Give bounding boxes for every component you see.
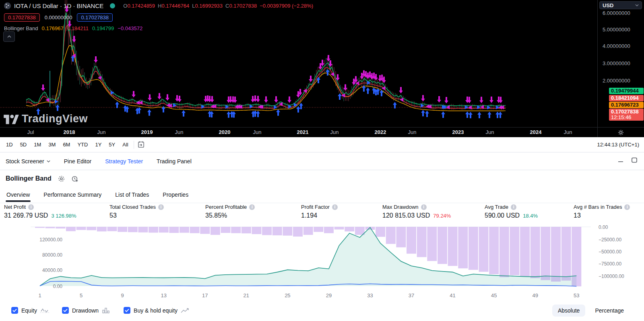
absolute-button[interactable]: Absolute	[552, 305, 585, 317]
buy-arrow-icon[interactable]	[256, 111, 260, 117]
buy-arrow-icon[interactable]	[498, 111, 502, 118]
timeline-label[interactable]: 2022	[375, 129, 386, 135]
drawdown-bar[interactable]	[489, 227, 499, 274]
timeline-label[interactable]: Jun	[175, 129, 184, 135]
timeline-label[interactable]: 2021	[297, 129, 309, 135]
drawdown-bar[interactable]	[159, 227, 169, 233]
drawdown-bar[interactable]	[262, 227, 272, 235]
drawdown-bar[interactable]	[303, 227, 313, 235]
timeline-label[interactable]: 2018	[64, 129, 75, 135]
drawdown-bar[interactable]	[283, 227, 292, 236]
drawdown-bar[interactable]	[427, 227, 437, 261]
timeline-label[interactable]: Jul	[27, 129, 34, 135]
info-icon[interactable]: i	[249, 204, 255, 210]
axis-settings-cell[interactable]	[597, 128, 644, 138]
main-price-chart[interactable]: TradingView IOTA / US Dollar · 1D · BINA…	[0, 0, 644, 127]
range-button-5y[interactable]: 5Y	[105, 140, 119, 150]
sell-arrow-icon[interactable]	[157, 93, 161, 99]
tab-list-of-trades[interactable]: List of Trades	[114, 187, 150, 202]
drawdown-bar[interactable]	[128, 227, 138, 232]
drawdown-bar[interactable]	[118, 227, 127, 232]
drawdown-bar[interactable]	[97, 227, 107, 231]
percentage-button[interactable]: Percentage	[589, 305, 630, 317]
gear-icon[interactable]	[618, 130, 624, 136]
tab-performance-summary[interactable]: Performance Summary	[43, 187, 102, 202]
timeline-label[interactable]: Jun	[486, 129, 494, 135]
timeline-label[interactable]: 2020	[219, 129, 231, 135]
buy-arrow-icon[interactable]	[380, 90, 384, 96]
drawdown-bar[interactable]	[469, 227, 478, 270]
entry-triangle-icon[interactable]	[496, 105, 500, 109]
drawdown-bar[interactable]	[510, 227, 519, 275]
drawdown-bar[interactable]	[448, 227, 458, 266]
drawdown-bar[interactable]	[572, 227, 581, 286]
symbol-logo-icon[interactable]	[4, 2, 11, 9]
sell-arrow-icon[interactable]	[264, 96, 268, 103]
currency-dropdown[interactable]: USD	[599, 1, 642, 9]
range-button-6m[interactable]: 6M	[59, 140, 74, 150]
legend-item-equity[interactable]: Equity	[11, 307, 49, 314]
sell-arrow-icon[interactable]	[489, 97, 493, 103]
range-button-ytd[interactable]: YTD	[74, 140, 91, 150]
indicator-name[interactable]: Bollinger Band	[4, 25, 38, 31]
sell-arrow-icon[interactable]	[148, 95, 152, 101]
drawdown-bar[interactable]	[66, 227, 76, 231]
sell-arrow-icon[interactable]	[421, 95, 425, 101]
range-button-5d[interactable]: 5D	[17, 140, 31, 150]
drawdown-bar[interactable]	[345, 227, 354, 231]
drawdown-bar[interactable]	[169, 227, 179, 233]
drawdown-bar[interactable]	[458, 227, 468, 268]
drawdown-bar[interactable]	[221, 227, 231, 233]
indicator-row[interactable]: Bollinger Band 0.1769670.1842110.194799−…	[4, 25, 313, 31]
range-button-all[interactable]: All	[119, 140, 132, 150]
sell-arrow-icon[interactable]	[274, 96, 278, 103]
timeline-label[interactable]: Jun	[408, 129, 417, 135]
drawdown-bar[interactable]	[138, 227, 148, 233]
buy-arrow-icon[interactable]	[115, 102, 119, 108]
panel-tab-pine-editor[interactable]: Pine Editor	[64, 158, 91, 165]
buy-arrow-icon[interactable]	[147, 109, 151, 116]
drawdown-bar[interactable]	[87, 227, 96, 230]
strategy-settings-gear-icon[interactable]	[58, 175, 65, 182]
timeline-label[interactable]: Jun	[330, 129, 339, 135]
drawdown-bar[interactable]	[500, 227, 509, 277]
buy-arrow-icon[interactable]	[495, 111, 500, 118]
drawdown-bar[interactable]	[324, 227, 334, 233]
sell-arrow-icon[interactable]	[309, 76, 313, 82]
drawdown-bar[interactable]	[551, 227, 561, 282]
drawdown-bar[interactable]	[417, 227, 427, 257]
checkbox-checked-icon[interactable]	[62, 307, 69, 314]
tab-properties[interactable]: Properties	[162, 187, 189, 202]
drawdown-bar[interactable]	[479, 227, 489, 272]
buy-arrow-icon[interactable]	[469, 112, 473, 118]
info-icon[interactable]: i	[28, 204, 34, 210]
info-icon[interactable]: i	[421, 204, 427, 210]
sell-arrow-icon[interactable]	[479, 97, 483, 103]
add-alert-icon[interactable]	[71, 175, 79, 182]
timeline-label[interactable]: 2024	[530, 129, 542, 135]
drawdown-bar[interactable]	[386, 227, 396, 244]
info-icon[interactable]: i	[624, 204, 630, 210]
drawdown-bar[interactable]	[272, 227, 282, 235]
entry-triangle-icon[interactable]	[274, 105, 277, 109]
range-button-1m[interactable]: 1M	[30, 140, 45, 150]
sell-arrow-icon[interactable]	[165, 94, 169, 101]
limit-value-box[interactable]: 0.17027838	[77, 13, 113, 22]
sell-arrow-icon[interactable]	[287, 97, 291, 103]
sell-arrow-icon[interactable]	[132, 91, 136, 97]
drawdown-bar[interactable]	[180, 227, 189, 233]
timeline-label[interactable]: Jun	[253, 129, 262, 135]
drawdown-bar[interactable]	[211, 227, 220, 235]
price-axis[interactable]: USD 6.000000005.000000004.000000003.0000…	[597, 0, 644, 127]
sell-arrow-icon[interactable]	[399, 87, 403, 93]
timeline-label[interactable]: 2023	[452, 129, 464, 135]
drawdown-bar[interactable]	[376, 227, 385, 237]
drawdown-bar[interactable]	[149, 227, 158, 233]
buy-arrow-icon[interactable]	[316, 77, 320, 83]
range-button-1y[interactable]: 1Y	[91, 140, 105, 150]
collapse-pane-button[interactable]	[3, 31, 15, 42]
timeline-label[interactable]: Jun	[564, 129, 572, 135]
drawdown-bar[interactable]	[541, 227, 550, 280]
go-to-date-icon[interactable]	[137, 141, 145, 148]
drawdown-bar[interactable]	[438, 227, 447, 264]
